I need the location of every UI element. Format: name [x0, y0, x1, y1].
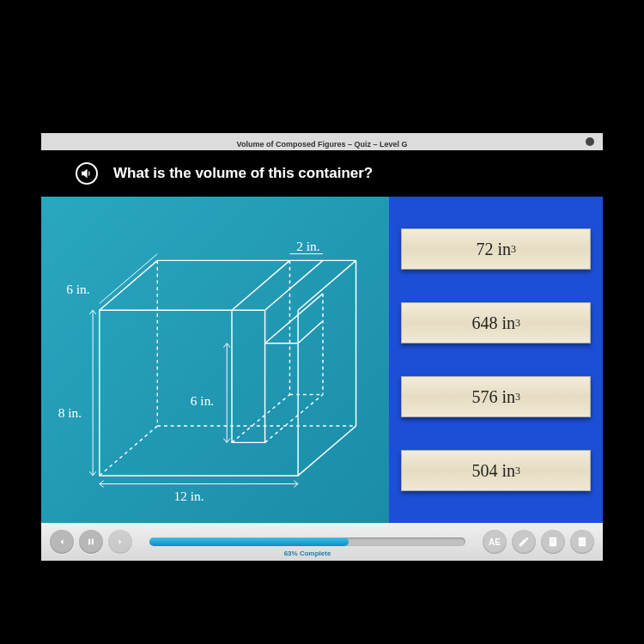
lesson-title: Volume of Composed Figures – Quiz – Leve…: [237, 140, 408, 149]
svg-rect-27: [88, 539, 90, 545]
svg-line-13: [298, 321, 323, 343]
svg-line-9: [298, 426, 355, 476]
dim-notch-height: 6 in.: [191, 393, 214, 408]
question-row: What is the volume of this container?: [41, 150, 603, 197]
svg-point-34: [583, 540, 584, 541]
answer-option-1[interactable]: 72 in3: [401, 228, 591, 270]
progress-fill: [149, 538, 349, 546]
dim-height: 8 in.: [58, 405, 82, 420]
calculator-icon[interactable]: [570, 530, 594, 554]
answer-option-3[interactable]: 576 in3: [401, 376, 591, 417]
svg-line-19: [265, 394, 323, 442]
answers-panel: 72 in3 648 in3 576 in3 504 in3: [389, 197, 603, 523]
svg-point-35: [580, 543, 581, 544]
container-diagram: 6 in. 2 in. 8 in. 6 in. 12 in.: [50, 205, 380, 514]
speaker-icon[interactable]: [76, 162, 98, 185]
svg-line-4: [265, 260, 323, 310]
progress-label: 63% Complete: [284, 550, 331, 557]
svg-line-2: [232, 260, 289, 310]
svg-line-25: [100, 254, 157, 304]
svg-line-10: [298, 260, 355, 310]
svg-rect-32: [579, 538, 586, 547]
svg-point-36: [583, 543, 584, 544]
pause-button[interactable]: [79, 530, 103, 554]
notepad-icon[interactable]: [541, 530, 565, 554]
back-button[interactable]: [50, 530, 74, 554]
svg-line-18: [232, 394, 289, 442]
figure-panel: 6 in. 2 in. 8 in. 6 in. 12 in.: [41, 197, 389, 523]
question-text: What is the volume of this container?: [113, 165, 373, 182]
language-icon[interactable]: AE: [483, 530, 507, 554]
svg-line-12: [265, 294, 323, 343]
svg-point-33: [580, 540, 581, 541]
close-icon[interactable]: [586, 137, 594, 146]
dim-depth: 6 in.: [66, 282, 89, 296]
svg-rect-28: [92, 539, 94, 545]
dim-notch-width: 2 in.: [296, 239, 319, 253]
dim-width: 12 in.: [174, 489, 204, 503]
progress-bar: 63% Complete: [149, 538, 465, 546]
svg-line-0: [100, 260, 157, 310]
answer-option-4[interactable]: 504 in3: [401, 450, 591, 491]
svg-line-15: [100, 426, 157, 476]
answer-option-2[interactable]: 648 in3: [401, 302, 591, 343]
forward-button: [108, 530, 132, 554]
pencil-icon[interactable]: [512, 530, 536, 554]
title-bar: Volume of Composed Figures – Quiz – Leve…: [41, 133, 603, 150]
bottom-bar: 63% Complete AE: [41, 523, 603, 561]
